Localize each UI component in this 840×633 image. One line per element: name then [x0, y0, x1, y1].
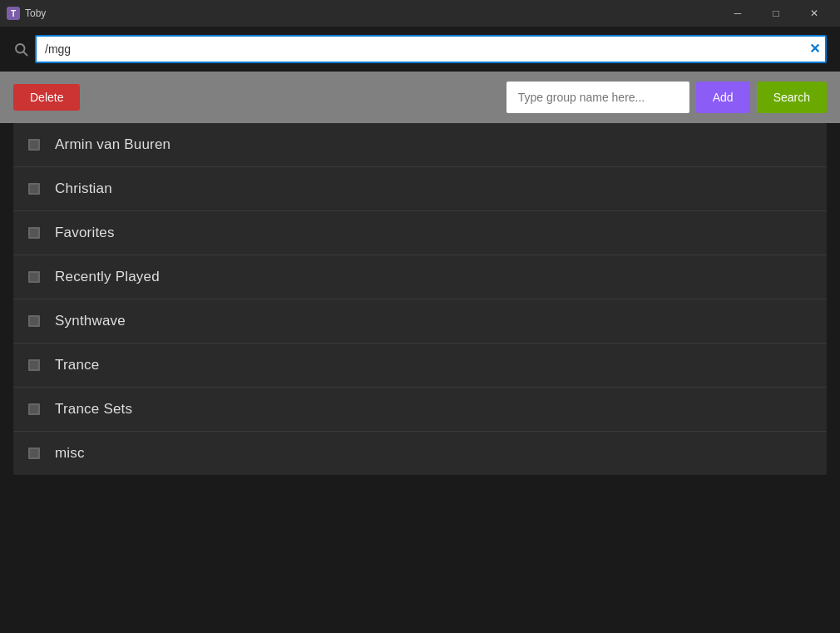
group-list: Armin van Buuren Christian Favorites Rec…: [13, 123, 827, 475]
group-item-name: misc: [55, 445, 85, 462]
main-search-input[interactable]: [35, 35, 827, 63]
toolbar: Delete Add Search: [0, 72, 840, 123]
group-checkbox[interactable]: [28, 315, 40, 327]
list-item[interactable]: Trance Sets: [13, 388, 827, 432]
search-button[interactable]: Search: [757, 82, 827, 113]
title-bar-controls: ─ □ ✕: [719, 0, 833, 27]
group-checkbox[interactable]: [28, 448, 40, 459]
add-button[interactable]: Add: [696, 82, 750, 113]
close-button[interactable]: ✕: [795, 0, 833, 27]
list-item[interactable]: Christian: [13, 167, 827, 211]
search-input-wrapper: ✕: [35, 35, 827, 63]
group-item-name: Armin van Buuren: [55, 136, 170, 153]
list-item[interactable]: misc: [13, 432, 827, 475]
group-item-name: Favorites: [55, 225, 115, 241]
list-item[interactable]: Synthwave: [13, 299, 827, 344]
group-item-name: Trance: [55, 357, 99, 373]
maximize-button[interactable]: □: [757, 0, 795, 27]
group-checkbox[interactable]: [28, 227, 40, 239]
group-checkbox[interactable]: [28, 359, 40, 371]
group-item-name: Christian: [55, 181, 112, 197]
list-item[interactable]: Trance: [13, 344, 827, 388]
toolbar-right: Add Search: [506, 82, 827, 113]
list-item[interactable]: Armin van Buuren: [13, 123, 827, 167]
clear-search-button[interactable]: ✕: [809, 42, 820, 56]
group-checkbox[interactable]: [28, 271, 40, 283]
group-checkbox[interactable]: [28, 183, 40, 195]
app-title: Toby: [25, 7, 46, 19]
group-checkbox[interactable]: [28, 403, 40, 415]
svg-line-1: [23, 52, 27, 55]
group-checkbox[interactable]: [28, 139, 40, 151]
app-icon: T: [7, 7, 20, 20]
search-bar-area: ✕: [0, 27, 840, 72]
list-item[interactable]: Favorites: [13, 211, 827, 255]
delete-button[interactable]: Delete: [13, 84, 80, 111]
group-item-name: Synthwave: [55, 313, 126, 329]
group-item-name: Trance Sets: [55, 401, 132, 418]
minimize-button[interactable]: ─: [719, 0, 757, 27]
group-item-name: Recently Played: [55, 269, 160, 285]
search-icon: [13, 42, 28, 57]
list-item[interactable]: Recently Played: [13, 255, 827, 299]
title-bar: T Toby ─ □ ✕: [0, 0, 840, 27]
group-name-input[interactable]: [506, 82, 689, 113]
title-bar-left: T Toby: [7, 7, 46, 20]
